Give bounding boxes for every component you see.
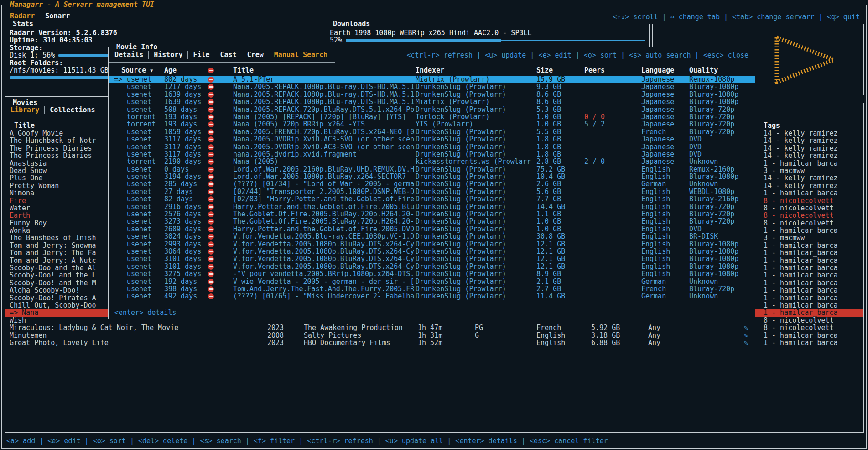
movie-year: 2023 <box>267 324 304 331</box>
search-result-row[interactable]: usenet492 days(????) [01/65] - "Miss Und… <box>109 293 755 300</box>
release-age: 82 days <box>164 195 208 203</box>
rejected-icon <box>208 249 214 255</box>
movie-info-tab-details[interactable]: Details <box>114 51 143 58</box>
language-column-header[interactable]: Language <box>641 67 689 74</box>
size-column-header[interactable]: Size <box>536 67 584 74</box>
search-result-row[interactable]: usenet1639 daysNana.2005.REPACK.1080p.Bl… <box>109 91 755 98</box>
servarr-tabs: RadarrSonarr <box>10 12 70 20</box>
release-indexer: DrunkenSlug (Prowlarr) <box>416 128 536 136</box>
movies-title-column-header[interactable]: Title <box>14 122 35 129</box>
rejection-cell <box>208 233 233 240</box>
search-result-row[interactable]: usenet398 daysTom.And.Jerry.The.Fast.And… <box>109 285 755 293</box>
search-result-row[interactable]: usenet285 days(????) [01/34] - "Lord of … <box>109 180 755 188</box>
search-result-row[interactable]: =>usenet802 daysA 5.1-PTerMiatrix (Prowl… <box>109 76 755 83</box>
search-result-row[interactable]: usenet508 daysNana.2005.REPACK.720p.BluR… <box>109 106 755 113</box>
tab-separator <box>187 51 188 59</box>
rejection-cell <box>208 241 233 248</box>
search-result-row[interactable]: torrent2190 daysNana (2005)kickasstorren… <box>109 158 755 165</box>
movie-info-tab-cast[interactable]: Cast <box>220 51 237 58</box>
release-language: Japanese <box>641 76 689 83</box>
release-indexer: DrunkenSlug (Prowlarr) <box>416 195 536 203</box>
search-result-row[interactable]: usenet3117 daysnana.2005.dvdrip.xvid.fra… <box>109 151 755 158</box>
rejected-column-icon <box>208 68 214 73</box>
release-peers <box>584 83 641 90</box>
download-progress-bar <box>346 37 645 44</box>
movie-row[interactable]: Great Photo, Lovely Life2023HBO Document… <box>5 339 863 346</box>
release-indexer: DrunkenSlug (Prowlarr) <box>416 143 536 151</box>
release-age: 2190 days <box>164 158 208 165</box>
search-result-row[interactable]: usenet1639 daysNana.2005.REPACK.1080p.Bl… <box>109 98 755 105</box>
movie-row[interactable]: Miraculous: Ladybug & Cat Noir, The Movi… <box>5 324 863 331</box>
movie-info-tabs: DetailsHistoryFileCastCrewManual Search <box>109 47 335 63</box>
rejection-cell <box>208 136 233 143</box>
search-result-row[interactable]: torrent193 daysNana (2005) [REPACK] [720… <box>109 113 755 120</box>
radarr-version-label: Radarr Version: <box>10 29 71 37</box>
search-result-row[interactable]: usenet3024 daysV.for.Vendetta.2005.Blu-r… <box>109 233 755 240</box>
release-age: 0 days <box>164 166 208 173</box>
search-result-row[interactable]: usenet3101 daysV.for.Vendetta.2005.1080p… <box>109 255 755 262</box>
search-result-row[interactable]: usenet2916 daysHarry.Potter.and.the.Gobl… <box>109 203 755 210</box>
peers-column-header[interactable]: Peers <box>584 67 641 74</box>
search-result-row[interactable]: usenet3273 daysThe.Goblet.Of.Fire.2005.B… <box>109 218 755 225</box>
search-result-row[interactable]: torrent193 daysNana (2005) 720p BRRip x2… <box>109 120 755 128</box>
movie-info-tab-history[interactable]: History <box>154 51 182 58</box>
title-column-header[interactable]: Title <box>233 67 416 74</box>
movie-tag: 1 - hamilcar_barca <box>764 264 863 272</box>
release-title: Nana (2005) <box>233 158 416 165</box>
search-result-row[interactable]: usenet1217 daysNana.2005.REPACK.1080p.Bl… <box>109 83 755 90</box>
servarr-tab-radarr[interactable]: Radarr <box>10 12 35 20</box>
search-result-row[interactable]: usenet3194 daysLord.of.War.2005.1080p.Bl… <box>109 173 755 180</box>
search-result-row[interactable]: usenet3117 daysNana.2005.DVDRip.XviD.AC3… <box>109 136 755 143</box>
release-size: 9.3 GB <box>536 83 584 90</box>
movie-info-shortcuts: <ctrl-r> refresh | <u> update | <e> edit… <box>406 52 748 59</box>
release-source: =>usenet <box>114 76 164 83</box>
release-peers <box>584 76 641 83</box>
quality-column-header[interactable]: Quality <box>689 67 749 74</box>
search-result-row[interactable]: usenet3117 daysNana.2005.DVDRip.XviD.AC3… <box>109 143 755 151</box>
search-result-row[interactable]: usenet3064 daysV.for.Vendetta.2005.1080p… <box>109 248 755 255</box>
release-indexer: YTS (Prowlarr) <box>416 120 536 128</box>
movie-info-tab-file[interactable]: File <box>193 51 209 58</box>
release-title: V.for.Vendetta.2005.1080p.BluRay.DTS.x26… <box>233 241 416 248</box>
release-age: 27 days <box>164 188 208 195</box>
rejection-cell <box>208 166 233 173</box>
movie-size: 5.92 GB <box>591 324 648 331</box>
root-folder-value: /nfs/movies: 11511.43 GB <box>10 67 109 74</box>
movie-tag: 1 - hamilcar_barca <box>764 309 863 316</box>
release-title: Nana (2005) [REPACK] [720p] [BluRay] [YT… <box>233 113 416 120</box>
movie-row[interactable]: Minutemen2008Salty Pictures1h 31mGEnglis… <box>5 332 863 339</box>
movies-tab-collections[interactable]: Collections <box>50 106 95 114</box>
release-size: 8.6 GB <box>536 98 584 105</box>
search-result-row[interactable]: usenet0 daysLord.of.War.2005.2160p.BluRa… <box>109 166 755 173</box>
movie-info-tab-manual-search[interactable]: Manual Search <box>274 51 327 58</box>
release-size: 2.8 GB <box>536 158 584 165</box>
search-result-row[interactable]: usenet1059 daysNana.2005.FRENCH.720p.Blu… <box>109 128 755 136</box>
search-result-row[interactable]: usenet3275 days-"V pour vendetta.2005.BR… <box>109 270 755 277</box>
release-age: 285 days <box>164 180 208 188</box>
release-source: usenet <box>114 293 164 300</box>
movies-tags-column-header[interactable]: Tags <box>764 122 780 129</box>
search-result-row[interactable]: usenet27 days[02/44] "Transporter 2.2005… <box>109 188 755 195</box>
release-indexer: DrunkenSlug (Prowlarr) <box>416 203 536 210</box>
search-result-row[interactable]: usenet2689 daysHarry.Potter.and.the.Gobl… <box>109 225 755 233</box>
rejection-cell <box>208 91 233 98</box>
servarr-tab-sonarr[interactable]: Sonarr <box>45 12 70 20</box>
search-results-body: =>usenet802 daysA 5.1-PTerMiatrix (Prowl… <box>109 76 755 300</box>
source-column-header[interactable]: Source ▼ <box>114 67 164 74</box>
indexer-column-header[interactable]: Indexer <box>416 67 536 74</box>
rejection-cell <box>208 120 233 128</box>
search-result-row[interactable]: usenet192 daysV wie Vendetta - 2005 - ge… <box>109 278 755 285</box>
search-result-row[interactable]: usenet2993 daysV.for.Vendetta.2005.1080p… <box>109 241 755 248</box>
release-indexer: DrunkenSlug (Prowlarr) <box>416 180 536 188</box>
rejection-column-header[interactable] <box>208 67 233 74</box>
search-result-row[interactable]: usenet2576 daysThe.Goblet.Of.Fire.2005.B… <box>109 210 755 218</box>
age-column-header[interactable]: Age <box>164 67 208 74</box>
release-source: usenet <box>114 218 164 225</box>
movies-tab-library[interactable]: Library <box>10 106 39 114</box>
search-result-row[interactable]: usenet82 days[02/83] "Harry.Potter.and.t… <box>109 195 755 203</box>
movie-info-tab-crew[interactable]: Crew <box>247 51 264 58</box>
movie-tag: 8 - nicolecolvett <box>764 220 863 227</box>
search-result-row[interactable]: usenet3101 daysV.for.Vendetta.2005.1080p… <box>109 263 755 270</box>
rejection-cell <box>208 255 233 262</box>
release-title: Nana.2005.DVDRip.XviD.AC3-SVO (or other … <box>233 143 416 151</box>
